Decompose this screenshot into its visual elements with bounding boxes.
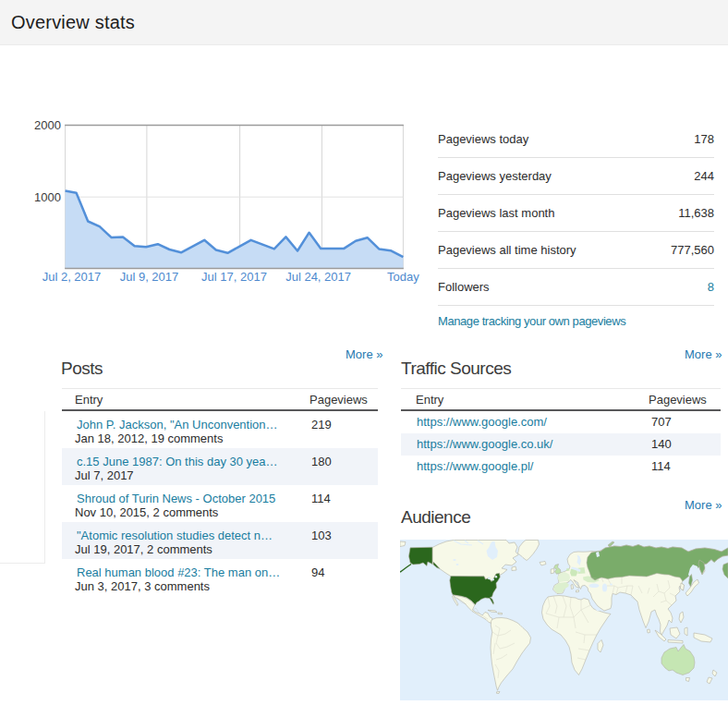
svg-text:Jul 2, 2017: Jul 2, 2017 [42, 270, 102, 284]
svg-text:1000: 1000 [34, 190, 61, 204]
svg-text:Today: Today [387, 270, 419, 284]
svg-text:Jul 17, 2017: Jul 17, 2017 [201, 270, 267, 284]
svg-text:Jul 24, 2017: Jul 24, 2017 [285, 270, 351, 284]
svg-text:Jul 9, 2017: Jul 9, 2017 [120, 270, 179, 284]
svg-text:2000: 2000 [34, 118, 61, 132]
